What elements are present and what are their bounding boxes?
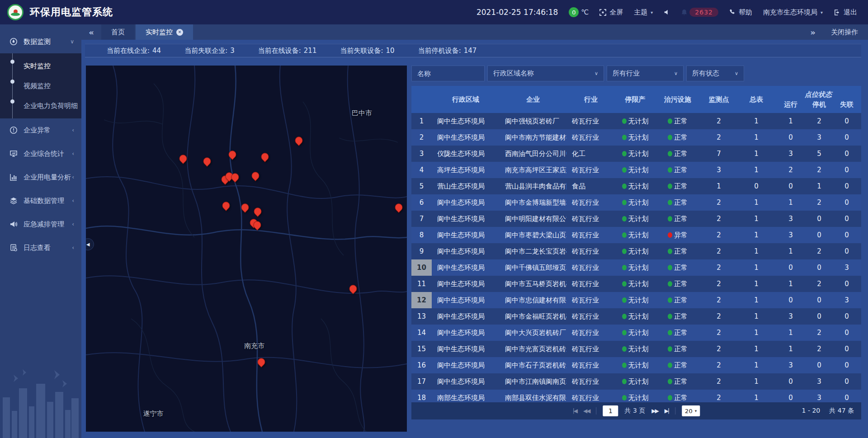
temperature-unit: ℃ — [581, 8, 589, 16]
table-row[interactable]: 4 高坪生态环境局 南充市高坪区王家店建 砖瓦行业 无计划 — [411, 162, 861, 178]
cell-run: 0 — [775, 264, 806, 272]
name-filter-input[interactable] — [417, 70, 479, 78]
logout-button[interactable]: 退出 — [834, 8, 857, 17]
org-dropdown[interactable]: 南充市生态环境局 ▾ — [763, 8, 823, 17]
stat-item: 当前在线企业: 44 — [107, 47, 161, 55]
status-dot — [668, 297, 672, 303]
table-body: 1 阆中生态环境局 阆中强锐页岩砖厂 砖瓦行业 无计划 — [411, 113, 861, 402]
table-row[interactable]: 1 阆中生态环境局 阆中强锐页岩砖厂 砖瓦行业 无计划 — [411, 113, 861, 129]
sidebar-item-emergency-reduction[interactable]: 应急减排管理 ‹ — [0, 212, 81, 236]
fullscreen-button[interactable]: 全屏 — [599, 8, 623, 17]
table-row[interactable]: 3 仪陇生态环境局 西南油气田分公司川中 化工 无计划 — [411, 146, 861, 162]
table-row[interactable]: 13 阆中生态环境局 阆中市金福旺页岩机砖 砖瓦行业 无计划 — [411, 308, 861, 325]
status-dot-green — [622, 135, 627, 140]
notifications[interactable]: 2632 — [681, 8, 718, 17]
table-row[interactable]: 12 阆中生态环境局 阆中市忠信建材有限公 砖瓦行业 无计划 — [411, 292, 861, 308]
cell-limit: 无计划 — [615, 377, 655, 386]
cell-industry: 砖瓦行业 — [566, 133, 615, 142]
table-row[interactable]: 2 阆中生态环境局 阆中市南方节能建材有 砖瓦行业 无计划 — [411, 129, 861, 146]
col-region: 行政区域 — [432, 86, 500, 113]
chevron-collapsed-icon: ‹ — [72, 198, 74, 204]
col-industry: 行业 — [566, 86, 615, 113]
theme-dropdown[interactable]: 主题 ▾ — [634, 8, 653, 17]
table-row[interactable]: 8 阆中生态环境局 阆中市枣碧大梁山页岩 砖瓦行业 无计划 — [411, 227, 861, 243]
status-dot — [668, 135, 672, 140]
status-dot — [668, 265, 672, 270]
region-filter-select[interactable]: 行政区域名称 ∨ — [487, 66, 604, 81]
cell-industry: 化工 — [566, 150, 615, 158]
tabs-scroll-right-icon[interactable]: » — [803, 28, 823, 37]
tabs-scroll-left-icon[interactable]: « — [81, 28, 101, 37]
sidebar-item-log-view[interactable]: 日志查看 ‹ — [0, 236, 81, 259]
cell-limit: 无计划 — [615, 296, 655, 305]
prev-page-icon[interactable]: ◀◀ — [583, 408, 590, 414]
cell-lost: 3 — [832, 264, 861, 272]
sidebar-item-power-analysis[interactable]: 企业用电量分析 ‹ — [0, 165, 81, 189]
cell-row-number: 11 — [411, 276, 432, 292]
tab-realtime-monitoring[interactable]: 实时监控 ✕ — [136, 24, 193, 40]
table-row[interactable]: 15 阆中生态环境局 阆中市光富页岩机砖厂 砖瓦行业 无计划 — [411, 341, 861, 357]
table-row[interactable]: 7 阆中生态环境局 阆中明阳建材有限公司 砖瓦行业 无计划 — [411, 211, 861, 227]
cell-meter: 1 — [737, 361, 775, 369]
cell-points: 2 — [700, 345, 737, 353]
map-panel[interactable]: 巴中市 南充市 遂宁市 — [86, 66, 407, 432]
cell-run: 3 — [775, 361, 806, 369]
status-dot-green — [622, 346, 627, 352]
stats-bar: 当前在线企业: 44 当前失联企业: 3 当前在线设备: 211 当前失联设备:… — [85, 44, 861, 57]
cell-run: 3 — [775, 150, 806, 158]
table-row[interactable]: 17 阆中生态环境局 阆中市江南镇阆南页岩 砖瓦行业 无计划 — [411, 373, 861, 390]
cell-row-number: 12 — [411, 292, 432, 308]
table-row[interactable]: 10 阆中生态环境局 阆中千佛镇五郎垭页岩 砖瓦行业 无计划 — [411, 259, 861, 276]
table-row[interactable]: 9 阆中生态环境局 阆中市二龙长宝页岩砖 砖瓦行业 无计划 — [411, 243, 861, 259]
app-root: 环保用电监管系统 2021-02-25 17:46:18 0 ℃ 全屏 主题 ▾ — [0, 0, 868, 438]
cell-industry: 砖瓦行业 — [566, 215, 615, 223]
page-size-select[interactable]: 20 ▾ — [682, 405, 700, 416]
industry-filter-select[interactable]: 所有行业 ∨ — [607, 66, 684, 81]
sidebar-item-video-monitoring[interactable]: 视频监控 — [0, 76, 81, 96]
cell-limit: 无计划 — [615, 312, 655, 321]
table-row[interactable]: 6 阆中生态环境局 阆中市金博瑞新型墙材 砖瓦行业 无计划 — [411, 194, 861, 211]
stat-value: 147 — [464, 47, 477, 55]
page-number-input[interactable]: 1 — [603, 405, 618, 416]
last-page-icon[interactable]: ▶| — [665, 408, 669, 414]
status-dot — [668, 379, 672, 384]
next-page-icon[interactable]: ▶▶ — [651, 408, 658, 414]
table-row[interactable]: 18 南部生态环境局 南部县双佳水泥有限公 砖瓦行业 无计划 — [411, 390, 861, 402]
name-filter[interactable] — [411, 66, 485, 81]
table-row[interactable]: 11 阆中生态环境局 阆中市五马桥页岩机砖 砖瓦行业 无计划 — [411, 276, 861, 292]
help-button[interactable]: 帮助 — [729, 8, 752, 17]
cell-points: 7 — [700, 150, 737, 158]
stat-item: 当前失联企业: 3 — [184, 47, 235, 55]
status-filter-select[interactable]: 所有状态 ∨ — [686, 66, 744, 81]
table-row[interactable]: 5 营山生态环境局 营山县润丰肉食品有限 食品 无计划 — [411, 178, 861, 194]
cell-lost: 0 — [832, 150, 861, 158]
sidebar-item-enterprise-statistics[interactable]: 企业综合统计 ‹ — [0, 142, 81, 165]
table-row[interactable]: 14 阆中生态环境局 阆中大兴页岩机砖厂 砖瓦行业 无计划 — [411, 325, 861, 341]
cell-facility: 正常 — [655, 280, 700, 288]
cell-facility: 异常 — [655, 231, 700, 240]
tab-home[interactable]: 首页 — [101, 24, 135, 40]
cell-region: 阆中生态环境局 — [432, 280, 500, 288]
cell-region: 阆中生态环境局 — [432, 345, 500, 353]
cell-points: 2 — [700, 198, 737, 207]
sidebar-item-data-monitoring[interactable]: 数据监测 ∨ — [0, 30, 81, 53]
table-row[interactable]: 16 阆中生态环境局 阆中市石子页岩机砖厂 砖瓦行业 无计划 — [411, 357, 861, 373]
cell-industry: 砖瓦行业 — [566, 329, 615, 337]
first-page-icon[interactable]: |◀ — [573, 408, 577, 414]
mute-button[interactable] — [664, 9, 670, 15]
cell-stop: 0 — [806, 215, 832, 223]
cell-facility: 正常 — [655, 117, 700, 126]
cell-limit: 无计划 — [615, 394, 655, 402]
cell-meter: 1 — [737, 377, 775, 386]
sidebar-item-realtime-monitoring[interactable]: 实时监控 — [0, 56, 81, 76]
stat-item: 当前停机设备: 147 — [418, 47, 477, 55]
cell-facility: 正常 — [655, 329, 700, 337]
sidebar-item-power-load-detail[interactable]: 企业电力负荷明细 — [0, 96, 81, 116]
close-tab-icon[interactable]: ✕ — [176, 29, 183, 36]
close-operations-button[interactable]: 关闭操作 — [831, 28, 858, 37]
chevron-left-icon: ◀ — [86, 242, 90, 247]
sidebar-item-base-data[interactable]: 基础数据管理 ‹ — [0, 189, 81, 212]
chevron-expanded-icon: ∨ — [70, 38, 74, 45]
cell-meter: 1 — [737, 231, 775, 239]
sidebar-item-enterprise-abnormal[interactable]: 企业异常 ‹ — [0, 118, 81, 142]
